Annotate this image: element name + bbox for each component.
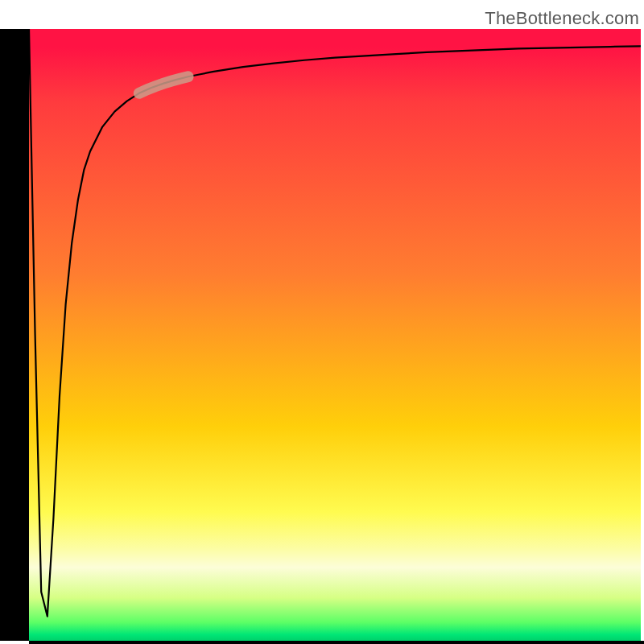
- chart-frame: TheBottleneck.com: [0, 0, 644, 644]
- marker-layer: [29, 29, 641, 641]
- marker-svg: [29, 29, 641, 641]
- curve-highlight-marker: [139, 76, 188, 93]
- y-axis: [0, 29, 29, 641]
- attribution-text: TheBottleneck.com: [485, 8, 639, 29]
- plot-area: [29, 29, 641, 641]
- x-axis: [29, 641, 644, 644]
